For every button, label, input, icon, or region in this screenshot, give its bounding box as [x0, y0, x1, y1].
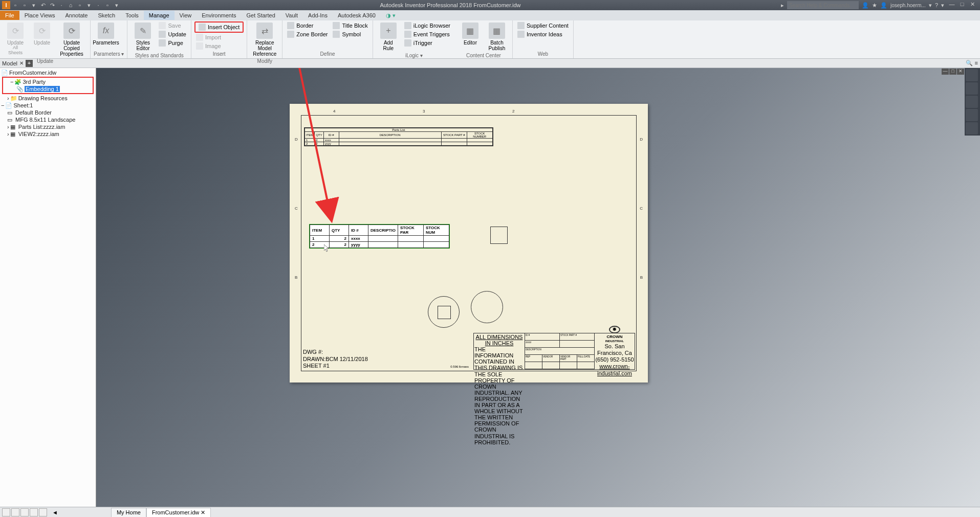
help-drop-icon[interactable]: ▾ — [941, 2, 944, 9]
layout-icon-4[interactable] — [30, 508, 38, 516]
user-icon[interactable]: 👤 — [880, 2, 887, 9]
tab-vault[interactable]: Vault — [280, 11, 303, 20]
parts-list-table[interactable]: Parts List ITEMQTY ID #DESCRIPTION STOCK… — [304, 127, 493, 146]
tree-embedding[interactable]: 📎Embedding 1 — [4, 85, 92, 93]
save-style-button[interactable]: Save — [157, 21, 187, 30]
tree-titleblock[interactable]: ▭MFG 8.5x11 Landscape — [1, 116, 95, 123]
signin-icon[interactable]: 👤 — [862, 2, 869, 9]
nav-zoom-icon[interactable] — [966, 96, 978, 108]
layout-icon-5[interactable] — [39, 508, 47, 516]
open-icon[interactable]: ▫ — [20, 1, 29, 9]
panel-close-icon[interactable]: ✕ — [19, 60, 24, 66]
tab-a360[interactable]: Autodesk A360 — [333, 11, 381, 20]
minimize-button[interactable]: — — [947, 1, 956, 9]
purge-style-button[interactable]: Purge — [157, 39, 187, 47]
search-chevron-icon[interactable]: ▸ — [781, 2, 784, 9]
itrigger-button[interactable]: iTrigger — [403, 39, 452, 47]
vp-close-icon[interactable]: ✕ — [957, 69, 964, 75]
tree-resources[interactable]: ›📁Drawing Resources — [1, 95, 95, 102]
import-button[interactable]: Import — [194, 33, 244, 41]
tab-addins[interactable]: Add-Ins — [303, 11, 333, 20]
tab-extra-icon[interactable]: ◑ ▾ — [381, 11, 401, 20]
help-icon[interactable]: ? — [935, 2, 938, 8]
qat-icon-1[interactable]: ▫ — [76, 1, 84, 9]
add-rule-button[interactable]: +Add Rule — [376, 21, 401, 52]
styles-editor-button[interactable]: ✎Styles Editor — [130, 21, 155, 52]
app-icon[interactable]: I — [2, 1, 10, 9]
status-tab-home[interactable]: My Home — [111, 508, 146, 517]
tab-annotate[interactable]: Annotate — [60, 11, 93, 20]
nav-wheel-icon[interactable] — [966, 69, 978, 81]
status-nav-prev[interactable]: ◄ — [52, 509, 58, 515]
nav-pan-icon[interactable] — [966, 82, 978, 95]
border-button[interactable]: Border — [286, 21, 329, 30]
undo-icon[interactable]: ↶ — [39, 1, 47, 9]
symbol-button[interactable]: Symbol — [331, 30, 369, 38]
status-tab-close-icon[interactable]: ✕ — [201, 509, 205, 515]
vp-min-icon[interactable]: — — [942, 69, 949, 75]
tree-partslist[interactable]: ›▦Parts List:zzzz.iam — [1, 123, 95, 130]
panel-add-icon[interactable]: + — [26, 60, 33, 67]
insert-object-button[interactable]: Insert Object — [194, 21, 244, 33]
redo-icon[interactable]: ↷ — [48, 1, 56, 9]
ribbon-label-ilogic[interactable]: iLogic ▾ — [376, 52, 452, 59]
tab-view[interactable]: View — [175, 11, 197, 20]
update-copied-button[interactable]: ⟳Update Copied Properties — [56, 21, 87, 58]
panel-menu-icon[interactable]: ≡ — [975, 60, 978, 66]
status-tab-file[interactable]: FromCustomer.idw ✕ — [146, 508, 211, 517]
supplier-content-button[interactable]: Supplier Content — [516, 21, 570, 30]
close-button[interactable]: ✕ — [968, 1, 977, 9]
qat-dropdown[interactable]: ▾ — [85, 1, 93, 9]
view-square[interactable] — [490, 227, 508, 244]
tab-place-views[interactable]: Place Views — [19, 11, 60, 20]
layout-icon-1[interactable] — [2, 508, 10, 516]
nav-orbit-icon[interactable] — [966, 109, 978, 121]
tab-manage[interactable]: Manage — [144, 11, 175, 20]
home-icon[interactable]: ⌂ — [67, 1, 75, 9]
nav-look-icon[interactable] — [966, 122, 978, 134]
tab-sketch[interactable]: Sketch — [93, 11, 121, 20]
update-style-button[interactable]: Update — [157, 30, 187, 38]
title-block-button[interactable]: Title Block — [331, 21, 369, 30]
star-icon[interactable]: ★ — [872, 2, 877, 9]
tab-get-started[interactable]: Get Started — [242, 11, 280, 20]
update-button-2[interactable]: ⟳Update — [30, 21, 54, 47]
tree-root[interactable]: 📄FromCustomer.idw — [1, 69, 95, 76]
editor-button[interactable]: ▦Editor — [458, 21, 483, 47]
vp-max-icon[interactable]: □ — [949, 69, 956, 75]
cart-icon[interactable]: ▾ — [929, 2, 932, 9]
inventor-ideas-button[interactable]: Inventor Ideas — [516, 30, 570, 38]
tab-environments[interactable]: Environments — [197, 11, 241, 20]
qat-icon-3[interactable]: ▫ — [103, 1, 112, 9]
title-block[interactable]: ALL DIMENSIONS IN INCHES THE INFORMATION… — [473, 333, 635, 370]
new-icon[interactable]: ▫ — [11, 1, 19, 9]
layout-icon-2[interactable] — [11, 508, 19, 516]
ilogic-browser-button[interactable]: iLogic Browser — [403, 21, 452, 30]
image-button[interactable]: Image — [194, 42, 244, 50]
zone-border-button[interactable]: Zone Border — [286, 30, 329, 38]
panel-search-icon[interactable]: 🔍 — [966, 60, 973, 66]
view-circle-1[interactable] — [428, 296, 460, 328]
tree-sheet[interactable]: −📄Sheet:1 — [1, 102, 95, 109]
embedded-object[interactable]: ITEMQTY ID #DESCRIPTIO STOCK PARSTOCK NU… — [309, 224, 450, 249]
drawing-canvas[interactable]: — □ ✕ 4 3 2 D C B D C B Parts — [96, 68, 980, 507]
batch-publish-button[interactable]: ▦Batch Publish — [485, 21, 509, 52]
tree-3rd-party[interactable]: −🧩3rd Party — [4, 78, 92, 85]
file-menu[interactable]: File — [0, 11, 19, 20]
tree-view2[interactable]: ›▦VIEW2:zzzz.iam — [1, 130, 95, 138]
drawing-sheet[interactable]: 4 3 2 D C B D C B Parts List ITEMQTY ID … — [290, 104, 648, 383]
qat-expand[interactable]: ▾ — [113, 1, 121, 9]
ribbon-label-parameters[interactable]: Parameters ▾ — [94, 51, 124, 57]
maximize-button[interactable]: □ — [957, 1, 967, 9]
view-circle-2[interactable] — [471, 291, 503, 323]
tab-tools[interactable]: Tools — [120, 11, 144, 20]
replace-model-button[interactable]: ⇄Replace Model Reference — [250, 21, 279, 58]
save-icon[interactable]: ▾ — [30, 1, 38, 9]
layout-icon-3[interactable] — [20, 508, 29, 516]
event-triggers-button[interactable]: Event Triggers — [403, 30, 452, 38]
username-label[interactable]: joseph.hoerm... — [890, 3, 926, 8]
update-button[interactable]: ⟳UpdateAll Sheets — [3, 21, 28, 57]
tree-border[interactable]: ▭Default Border — [1, 109, 95, 116]
parameters-button[interactable]: fxParameters — [94, 21, 118, 47]
help-search-input[interactable] — [787, 1, 859, 9]
